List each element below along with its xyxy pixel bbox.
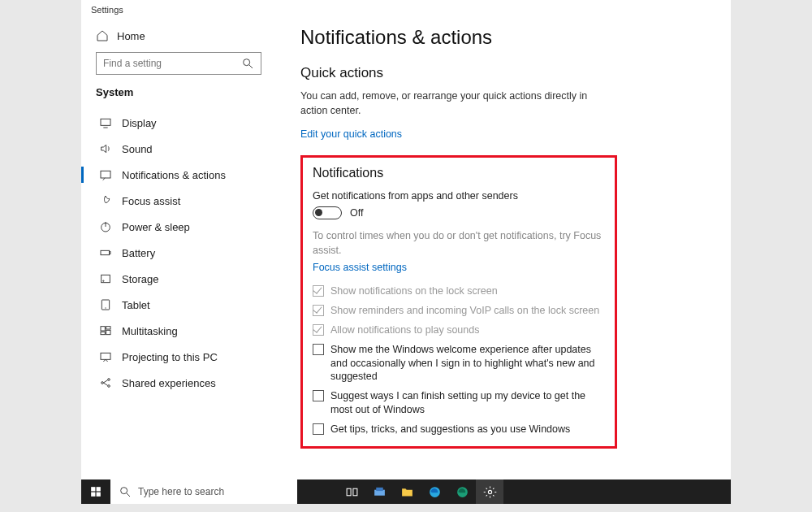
content-area: Home System Display Sound	[81, 18, 731, 479]
home-button[interactable]: Home	[96, 23, 261, 52]
taskbar-edge-icon[interactable]	[421, 479, 448, 504]
tablet-icon	[99, 298, 112, 311]
sidebar-item-label: Projecting to this PC	[122, 351, 218, 363]
svg-line-26	[127, 493, 130, 497]
sidebar-item-focus-assist[interactable]: Focus assist	[96, 188, 261, 214]
power-icon	[99, 220, 112, 233]
windows-logo-icon	[90, 486, 102, 497]
checkbox-lock-screen-notifications: Show notifications on the lock screen	[313, 284, 605, 298]
storage-icon	[99, 272, 112, 285]
svg-point-18	[102, 382, 104, 384]
sidebar-item-label: Tablet	[122, 299, 150, 311]
main-panel: Notifications & actions Quick actions Yo…	[276, 18, 731, 479]
svg-rect-16	[106, 330, 110, 334]
checkbox-icon[interactable]	[313, 390, 324, 401]
svg-rect-27	[347, 488, 351, 496]
svg-point-33	[488, 490, 491, 493]
sidebar-item-power-sleep[interactable]: Power & sleep	[96, 214, 261, 240]
svg-point-19	[108, 379, 110, 381]
taskbar-search-placeholder: Type here to search	[138, 486, 224, 497]
checkbox-icon[interactable]	[313, 423, 324, 435]
svg-rect-23	[91, 492, 95, 497]
sidebar-item-label: Power & sleep	[122, 221, 190, 233]
svg-rect-8	[110, 252, 110, 254]
nav-list: Display Sound Notifications & actions Fo…	[96, 110, 261, 396]
checkbox-play-sounds: Allow notifications to play sounds	[313, 323, 605, 337]
sidebar-item-display[interactable]: Display	[96, 110, 261, 136]
sidebar-item-projecting[interactable]: Projecting to this PC	[96, 344, 261, 370]
focus-assist-settings-link[interactable]: Focus assist settings	[313, 262, 407, 273]
projecting-icon	[99, 350, 112, 363]
multitasking-icon	[99, 324, 112, 337]
sidebar-item-label: Shared experiences	[122, 377, 216, 389]
sound-icon	[99, 142, 112, 155]
page-title: Notifications & actions	[300, 26, 706, 49]
notifications-section-highlight: Notifications Get notifications from app…	[300, 155, 617, 449]
battery-icon	[99, 246, 112, 259]
sidebar-item-tablet[interactable]: Tablet	[96, 292, 261, 318]
checkbox-icon	[313, 305, 324, 316]
checkbox-label: Suggest ways I can finish setting up my …	[330, 389, 605, 417]
sidebar-item-label: Battery	[122, 247, 155, 259]
get-notifications-toggle-row: Off	[313, 206, 605, 219]
checkbox-label: Allow notifications to play sounds	[330, 323, 479, 337]
svg-rect-7	[101, 250, 110, 254]
checkbox-label: Show me the Windows welcome experience a…	[330, 343, 605, 384]
svg-point-25	[121, 488, 127, 494]
svg-rect-9	[102, 275, 110, 282]
checkbox-icon	[313, 324, 324, 336]
taskbar-edge-dev-icon[interactable]	[448, 479, 476, 504]
taskbar-pinned-apps	[338, 479, 503, 504]
sidebar-item-multitasking[interactable]: Multitasking	[96, 318, 261, 344]
checkbox-tips-tricks[interactable]: Get tips, tricks, and suggestions as you…	[313, 423, 605, 436]
notifications-icon	[99, 168, 112, 181]
svg-point-20	[108, 385, 110, 388]
checkbox-finish-setup[interactable]: Suggest ways I can finish setting up my …	[313, 389, 605, 417]
checkbox-icon	[313, 285, 324, 297]
svg-point-10	[103, 280, 104, 281]
toggle-state-text: Off	[350, 207, 363, 219]
sidebar-item-battery[interactable]: Battery	[96, 240, 261, 266]
svg-rect-28	[352, 488, 356, 496]
taskbar-search[interactable]: Type here to search	[110, 479, 297, 504]
taskbar-task-view-icon[interactable]	[338, 479, 365, 504]
taskbar-file-explorer-icon[interactable]	[393, 479, 421, 504]
search-box[interactable]	[96, 52, 261, 75]
quick-actions-heading: Quick actions	[300, 65, 706, 81]
svg-rect-15	[101, 332, 105, 334]
sidebar-item-label: Storage	[122, 273, 159, 285]
edit-quick-actions-link[interactable]: Edit your quick actions	[300, 128, 402, 140]
sidebar-item-label: Display	[122, 117, 157, 129]
search-icon	[119, 485, 132, 498]
sidebar-item-sound[interactable]: Sound	[96, 136, 261, 162]
checkbox-icon[interactable]	[313, 344, 324, 355]
checkbox-welcome-experience[interactable]: Show me the Windows welcome experience a…	[313, 343, 605, 384]
display-icon	[99, 116, 112, 129]
sidebar-item-label: Focus assist	[122, 195, 180, 207]
start-button[interactable]	[81, 479, 110, 504]
focus-assist-icon	[99, 194, 112, 207]
home-label: Home	[117, 30, 145, 42]
settings-window: Settings Home System Display	[81, 0, 731, 479]
svg-point-0	[244, 59, 250, 66]
checkbox-label: Get tips, tricks, and suggestions as you…	[330, 423, 570, 436]
quick-actions-desc: You can add, remove, or rearrange your q…	[300, 89, 593, 118]
taskbar: Type here to search	[81, 479, 731, 504]
search-input[interactable]	[103, 58, 241, 69]
sidebar-item-notifications[interactable]: Notifications & actions	[96, 162, 261, 188]
svg-rect-14	[106, 327, 110, 329]
taskbar-settings-icon[interactable]	[476, 479, 503, 504]
sidebar-item-shared-experiences[interactable]: Shared experiences	[96, 370, 261, 396]
svg-rect-21	[91, 487, 95, 491]
svg-line-1	[249, 65, 253, 68]
get-notifications-toggle[interactable]	[313, 206, 342, 219]
search-icon	[241, 57, 254, 70]
sidebar-item-label: Notifications & actions	[122, 169, 226, 181]
checkbox-label: Show reminders and incoming VoIP calls o…	[330, 304, 599, 318]
svg-rect-24	[97, 492, 101, 497]
taskbar-app-icon[interactable]	[365, 479, 393, 504]
svg-rect-22	[97, 487, 101, 491]
svg-rect-13	[101, 327, 105, 331]
sidebar-item-storage[interactable]: Storage	[96, 266, 261, 292]
svg-rect-30	[376, 487, 383, 490]
